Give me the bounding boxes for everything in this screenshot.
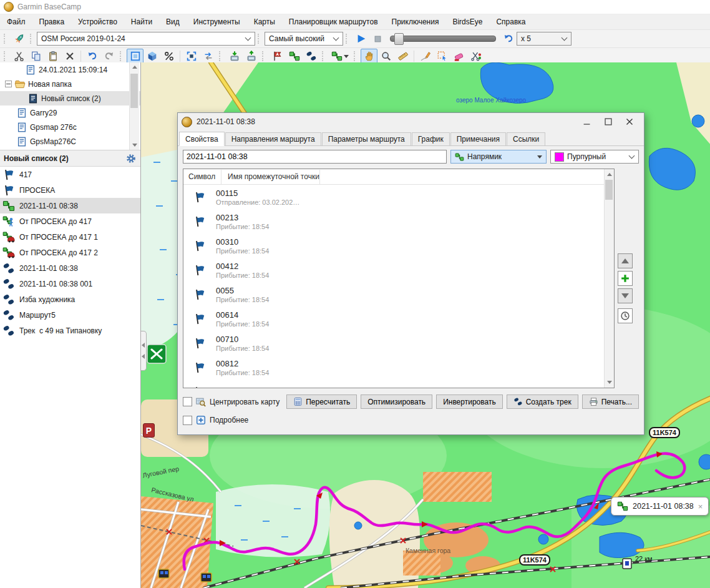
playback-speed-slider[interactable] bbox=[390, 36, 496, 42]
map-transfer-button[interactable] bbox=[200, 49, 216, 64]
map-3d-button[interactable] bbox=[143, 49, 160, 64]
track-tooltip[interactable]: 2021-11-01 08:38 × bbox=[611, 497, 709, 516]
select-tool-button[interactable] bbox=[434, 49, 450, 64]
map-detail-combo[interactable]: Самый высокий bbox=[265, 32, 343, 46]
minimize-button[interactable] bbox=[576, 114, 598, 129]
list-item-route[interactable]: От ПРОСЕКА до 417 2 bbox=[0, 245, 140, 260]
menu-adventures[interactable]: Приключения bbox=[385, 14, 446, 29]
recalculate-button[interactable]: Пересчитать bbox=[286, 394, 357, 409]
map-canvas[interactable]: озеро Малое Хайкозеро 11K574 11K574 22 к… bbox=[141, 62, 710, 588]
list-item-route-selected[interactable]: 2021-11-01 08:38 bbox=[0, 198, 140, 213]
delete-button[interactable] bbox=[61, 49, 78, 64]
waypoint-time-button[interactable] bbox=[618, 308, 633, 323]
tree-scrollbar[interactable] bbox=[129, 62, 139, 150]
menu-edit[interactable]: Правка bbox=[32, 14, 72, 29]
list-item-track[interactable]: Трек с 49 на Типановку bbox=[0, 323, 140, 338]
gear-icon[interactable] bbox=[125, 153, 137, 164]
list-item-track[interactable]: 2021-11-01 08:38 bbox=[0, 260, 140, 276]
center-map-option[interactable]: Центрировать карту bbox=[183, 396, 280, 408]
list-item-track[interactable]: 2021-11-01 08:38 001 bbox=[0, 276, 140, 292]
erase-tool-button[interactable] bbox=[450, 49, 467, 64]
panel-collapse-handle[interactable] bbox=[141, 331, 147, 371]
dialog-titlebar[interactable]: 2021-11-01 08:38 bbox=[178, 113, 644, 130]
route-tool-dropdown-button[interactable] bbox=[329, 49, 351, 64]
waypoint-row[interactable]: 00213Прибытие: 18:54 bbox=[183, 209, 614, 233]
playback-multiplier-combo[interactable]: x 5 bbox=[517, 32, 571, 46]
scrollbar-thumb[interactable] bbox=[130, 74, 138, 108]
menu-view[interactable]: Вид bbox=[159, 14, 187, 29]
waypoint-row[interactable]: 00412Прибытие: 18:54 bbox=[183, 258, 614, 282]
menu-route-planner[interactable]: Планировщик маршрутов bbox=[282, 14, 385, 29]
list-item-track[interactable]: Изба художника bbox=[0, 292, 140, 307]
list-item-waypoint[interactable]: 417 bbox=[0, 167, 140, 182]
details-checkbox[interactable] bbox=[183, 416, 192, 425]
tab-route-directions[interactable]: Направления маршрута bbox=[225, 132, 321, 145]
tab-route-options[interactable]: Параметры маршрута bbox=[322, 132, 411, 145]
tooltip-close-icon[interactable]: × bbox=[698, 502, 703, 511]
tab-properties[interactable]: Свойства bbox=[179, 132, 225, 146]
move-waypoint-up-button[interactable] bbox=[618, 253, 633, 268]
menu-tools[interactable]: Инструменты bbox=[187, 14, 247, 29]
tab-links[interactable]: Ссылки bbox=[507, 132, 545, 145]
invert-button[interactable]: Инвертировать bbox=[436, 394, 503, 409]
routing-mode-combo[interactable]: Напрямик bbox=[450, 150, 547, 164]
tree-item-list[interactable]: 24.01.2021 15:09:14 bbox=[0, 62, 140, 77]
tree-item-list[interactable]: GpsMap276C bbox=[0, 134, 140, 149]
divide-tool-button[interactable] bbox=[467, 49, 484, 64]
create-track-button[interactable]: Создать трек bbox=[507, 394, 578, 409]
detail-level-button[interactable] bbox=[160, 49, 177, 64]
reset-playback-button[interactable] bbox=[500, 31, 517, 46]
route-color-combo[interactable]: Пурпурный bbox=[550, 150, 639, 164]
new-route-button[interactable] bbox=[286, 49, 303, 64]
tab-graph[interactable]: График bbox=[412, 132, 450, 145]
route-name-input[interactable] bbox=[183, 150, 447, 164]
list-item-track[interactable]: Маршрут5 bbox=[0, 307, 140, 323]
menu-maps[interactable]: Карты bbox=[247, 14, 282, 29]
waypoint-row[interactable]: 00710Прибытие: 18:54 bbox=[183, 331, 614, 355]
list-item-route[interactable]: От ПРОСЕКА до 417 bbox=[0, 213, 140, 229]
send-to-device-button[interactable] bbox=[243, 49, 260, 64]
move-waypoint-down-button[interactable] bbox=[618, 288, 633, 303]
menu-help[interactable]: Справка bbox=[489, 14, 532, 29]
add-waypoint-button[interactable] bbox=[618, 271, 633, 286]
map-product-combo[interactable]: OSM Россия 2019-01-24 bbox=[37, 32, 255, 46]
basecamp-rocket-button[interactable] bbox=[11, 31, 27, 46]
optimize-button[interactable]: Оптимизировать bbox=[361, 394, 432, 409]
list-item-route[interactable]: От ПРОСЕКА до 417 1 bbox=[0, 229, 140, 245]
scroll-up-arrow[interactable] bbox=[605, 170, 614, 179]
waypoint-row[interactable]: 00913 bbox=[183, 380, 614, 388]
copy-button[interactable] bbox=[27, 49, 44, 64]
pan-tool-button[interactable] bbox=[361, 49, 377, 64]
center-view-button[interactable] bbox=[183, 49, 200, 64]
menu-device[interactable]: Устройство bbox=[71, 14, 124, 29]
scrollbar-thumb[interactable] bbox=[605, 180, 613, 200]
map-2d-button[interactable] bbox=[127, 49, 143, 64]
paste-button[interactable] bbox=[44, 49, 61, 64]
scroll-down-arrow[interactable] bbox=[605, 378, 614, 387]
redo-button[interactable] bbox=[100, 49, 117, 64]
undo-button[interactable] bbox=[84, 49, 100, 64]
waypoint-row[interactable]: 00614Прибытие: 18:54 bbox=[183, 306, 614, 331]
list-item-waypoint[interactable]: ПРОСЕКА bbox=[0, 182, 140, 198]
tree-item-list[interactable]: Gpsmap 276c bbox=[0, 120, 140, 134]
zoom-tool-button[interactable] bbox=[377, 49, 394, 64]
scroll-up-arrow[interactable] bbox=[130, 62, 139, 72]
measure-tool-button[interactable] bbox=[394, 49, 411, 64]
tree-item-folder[interactable]: Новая папка bbox=[0, 77, 140, 91]
tab-notes[interactable]: Примечания bbox=[450, 132, 506, 145]
stop-button[interactable] bbox=[369, 31, 386, 46]
waypoint-row[interactable]: 0055Прибытие: 18:54 bbox=[183, 282, 614, 306]
menu-file[interactable]: Файл bbox=[0, 14, 32, 29]
receive-from-device-button[interactable] bbox=[226, 49, 243, 64]
scroll-down-arrow[interactable] bbox=[130, 140, 139, 150]
waypoint-scrollbar[interactable] bbox=[604, 169, 614, 388]
collapse-expander-icon[interactable] bbox=[5, 81, 12, 87]
tree-item-list-selected[interactable]: Новый список (2) bbox=[0, 91, 140, 105]
insert-tool-button[interactable] bbox=[417, 49, 434, 64]
maximize-button[interactable] bbox=[598, 114, 619, 129]
waypoint-row[interactable]: 00310Прибытие: 18:54 bbox=[183, 233, 614, 258]
menu-birdseye[interactable]: BirdsEye bbox=[445, 14, 489, 29]
play-button[interactable] bbox=[353, 31, 369, 46]
cut-button[interactable] bbox=[11, 49, 27, 64]
waypoint-row[interactable]: 00812Прибытие: 18:54 bbox=[183, 355, 614, 380]
